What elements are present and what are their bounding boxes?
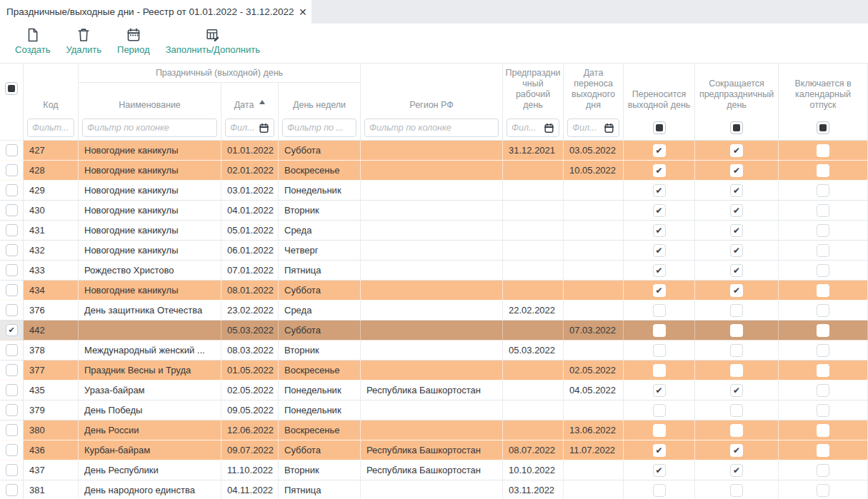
cell-region[interactable]: Республика Башкортостан <box>361 440 503 460</box>
cell-region[interactable] <box>361 480 503 499</box>
table-row[interactable]: 376 День защитника Отечества 23.02.2022 … <box>0 301 868 321</box>
row-select-cell[interactable] <box>0 420 24 440</box>
row-checkbox[interactable] <box>6 444 18 456</box>
cell-code[interactable]: 427 <box>24 141 79 160</box>
cell-code[interactable]: 428 <box>24 161 79 180</box>
cell-weekday[interactable]: Воскресенье <box>279 420 361 440</box>
cell-region[interactable] <box>361 221 503 240</box>
table-row[interactable]: 378 Международный женский ... 08.03.2022… <box>0 341 868 361</box>
cell-name[interactable]: Новогодние каникулы <box>79 161 221 180</box>
cell-name[interactable]: День Победы <box>79 400 221 420</box>
shortens-preholiday-checkbox[interactable] <box>730 464 743 477</box>
delete-button[interactable]: Удалить <box>58 24 109 55</box>
cell-transfer-date[interactable] <box>564 281 624 300</box>
cell-date[interactable]: 06.01.2022 <box>221 241 279 260</box>
cell-transfer-date[interactable]: 10.05.2022 <box>564 161 624 180</box>
table-row[interactable]: 381 День народного единства 04.11.2022 П… <box>0 480 868 499</box>
cell-transfer-date[interactable]: 03.05.2022 <box>564 141 624 160</box>
cell-name[interactable] <box>79 321 221 340</box>
transfers-day-off-checkbox[interactable] <box>653 244 666 257</box>
cell-preholiday-workday[interactable] <box>503 361 564 380</box>
shortens-preholiday-checkbox[interactable] <box>730 344 743 357</box>
cell-transfer-date[interactable] <box>564 181 624 200</box>
cell-preholiday-workday[interactable]: 08.07.2022 <box>503 440 564 460</box>
column-header-region[interactable]: Регион РФ <box>361 64 503 116</box>
transfers-day-off-checkbox[interactable] <box>653 364 666 377</box>
table-row[interactable]: 428 Новогодние каникулы 02.01.2022 Воскр… <box>0 161 868 181</box>
cell-region[interactable] <box>361 201 503 220</box>
cell-code[interactable]: 433 <box>24 261 79 280</box>
shortens-preholiday-checkbox[interactable] <box>730 404 743 417</box>
cell-preholiday-workday[interactable] <box>503 161 564 180</box>
shortens-preholiday-checkbox[interactable] <box>730 384 743 397</box>
cell-name[interactable]: Ураза-байрам <box>79 380 221 400</box>
row-checkbox[interactable] <box>6 384 18 396</box>
row-select-cell[interactable] <box>0 281 24 300</box>
column-header-code[interactable]: Код <box>24 64 79 116</box>
table-row[interactable]: 429 Новогодние каникулы 03.01.2022 Понед… <box>0 181 868 201</box>
row-checkbox[interactable] <box>6 204 18 216</box>
cell-region[interactable] <box>361 181 503 200</box>
in-vacation-checkbox[interactable] <box>817 364 829 377</box>
cell-region[interactable] <box>361 241 503 260</box>
transfers-day-off-checkbox[interactable] <box>653 144 666 157</box>
cell-weekday[interactable]: Четверг <box>279 241 361 260</box>
cell-date[interactable]: 12.06.2022 <box>221 420 279 440</box>
in-vacation-checkbox[interactable] <box>817 384 829 397</box>
table-row[interactable]: 434 Новогодние каникулы 08.01.2022 Суббо… <box>0 281 868 301</box>
period-button[interactable]: Период <box>109 24 158 55</box>
filter-transfer-date-input[interactable] <box>572 123 602 133</box>
in-vacation-checkbox[interactable] <box>817 184 829 197</box>
in-vacation-checkbox[interactable] <box>817 204 829 217</box>
row-select-cell[interactable] <box>0 161 24 180</box>
cell-preholiday-workday[interactable] <box>503 241 564 260</box>
cell-name[interactable]: Новогодние каникулы <box>79 221 221 240</box>
cell-code[interactable]: 437 <box>24 460 79 480</box>
transfers-day-off-checkbox[interactable] <box>653 204 666 217</box>
shortens-preholiday-checkbox[interactable] <box>730 184 743 197</box>
row-checkbox[interactable] <box>6 464 18 476</box>
row-select-cell[interactable] <box>0 460 24 480</box>
shortens-preholiday-checkbox[interactable] <box>730 224 743 237</box>
cell-weekday[interactable]: Вторник <box>279 201 361 220</box>
cell-date[interactable]: 23.02.2022 <box>221 301 279 320</box>
cell-date[interactable]: 02.01.2022 <box>221 161 279 180</box>
row-select-cell[interactable] <box>0 141 24 160</box>
transfers-day-off-checkbox[interactable] <box>653 184 666 197</box>
in-vacation-checkbox[interactable] <box>817 324 829 337</box>
cell-transfer-date[interactable] <box>564 241 624 260</box>
cell-weekday[interactable]: Воскресенье <box>279 361 361 380</box>
cell-transfer-date[interactable]: 07.03.2022 <box>564 321 624 340</box>
transfers-day-off-checkbox[interactable] <box>653 324 666 337</box>
transfers-day-off-checkbox[interactable] <box>653 224 666 237</box>
cell-name[interactable]: Новогодние каникулы <box>79 281 221 300</box>
cell-code[interactable]: 436 <box>24 440 79 460</box>
cell-name[interactable]: День Республики <box>79 460 221 480</box>
cell-date[interactable]: 01.01.2022 <box>221 141 279 160</box>
transfers-day-off-checkbox[interactable] <box>653 384 666 397</box>
shortens-preholiday-checkbox[interactable] <box>730 264 743 277</box>
row-checkbox[interactable] <box>6 144 18 156</box>
row-select-cell[interactable] <box>0 241 24 260</box>
cell-weekday[interactable]: Пятница <box>279 480 361 499</box>
cell-date[interactable]: 07.01.2022 <box>221 261 279 280</box>
table-row[interactable]: 437 День Республики 11.10.2022 Вторник Р… <box>0 460 868 480</box>
in-vacation-checkbox[interactable] <box>817 244 829 257</box>
cell-preholiday-workday[interactable]: 31.12.2021 <box>503 141 564 160</box>
row-select-cell[interactable] <box>0 201 24 220</box>
cell-preholiday-workday[interactable]: 22.02.2022 <box>503 301 564 320</box>
cell-date[interactable]: 03.01.2022 <box>221 181 279 200</box>
cell-preholiday-workday[interactable] <box>503 281 564 300</box>
cell-region[interactable] <box>361 321 503 340</box>
cell-weekday[interactable]: Пятница <box>279 261 361 280</box>
shortens-preholiday-checkbox[interactable] <box>730 444 743 457</box>
filter-name-input[interactable] <box>87 123 212 133</box>
cell-region[interactable]: Республика Башкортостан <box>361 380 503 400</box>
in-vacation-checkbox[interactable] <box>817 144 829 157</box>
row-checkbox[interactable] <box>6 484 18 496</box>
cell-date[interactable]: 04.01.2022 <box>221 201 279 220</box>
cell-name[interactable]: Курбан-байрам <box>79 440 221 460</box>
transfers-day-off-checkbox[interactable] <box>653 304 666 317</box>
shortens-preholiday-checkbox[interactable] <box>730 164 743 177</box>
cell-code[interactable]: 381 <box>24 480 79 499</box>
